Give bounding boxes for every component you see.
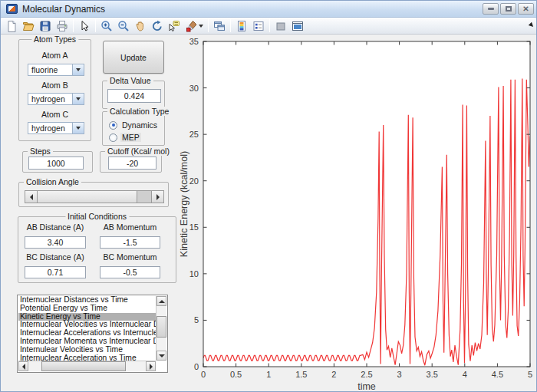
steps-title: Steps: [28, 147, 53, 156]
dock-figure-button[interactable]: [289, 18, 306, 34]
vertical-scroll-thumb[interactable]: [156, 316, 166, 338]
collision-angle-slider[interactable]: [25, 190, 164, 203]
app-window: Molecular Dynamics ✕: [0, 0, 537, 392]
radio-mep-icon[interactable]: [109, 133, 117, 142]
steps-field[interactable]: 1000: [28, 156, 84, 170]
radio-mep[interactable]: MEP: [109, 132, 141, 143]
dock-figure-icon: [292, 20, 304, 32]
initial-conditions-panel: Initial Conditions AB Distance (A) AB Mo…: [18, 216, 176, 283]
rotate-3d-button[interactable]: [149, 18, 166, 34]
x-tick-label: 2: [331, 370, 336, 379]
brush-data-icon: [186, 20, 198, 32]
atom-c-value: hydrogen: [28, 123, 72, 133]
x-tick-label: 1: [266, 370, 271, 379]
list-item[interactable]: Internuclear Velocities vs Internuclear …: [18, 321, 156, 329]
list-item[interactable]: Potential Energy vs Time: [18, 305, 156, 313]
link-plot-button[interactable]: [211, 18, 228, 34]
toolbar-separator: [269, 19, 270, 32]
ab-momentum-field[interactable]: -1.5: [100, 236, 160, 249]
brush-dropdown-caret-icon[interactable]: [199, 25, 203, 28]
horizontal-scroll-thumb[interactable]: [41, 361, 126, 371]
open-file-button[interactable]: [20, 18, 37, 34]
list-item[interactable]: Internuclear Accelerations vs Internucle…: [18, 329, 156, 338]
ab-momentum-label: AB Momentum: [100, 222, 160, 232]
y-tick-label: 10: [189, 269, 199, 278]
slider-right-arrow[interactable]: [151, 191, 163, 203]
left-arrow-icon: [30, 194, 33, 200]
ab-distance-field[interactable]: 3.40: [25, 236, 86, 249]
list-item[interactable]: Internuclear Distances vs Time: [18, 296, 156, 305]
atom-c-dropdown-arrow-icon[interactable]: [72, 123, 84, 133]
atom-a-dropdown[interactable]: fluorine: [28, 64, 84, 76]
insert-legend-icon: [252, 20, 265, 32]
matlab-figure-icon: [6, 4, 18, 14]
ab-distance-label: AB Distance (A): [25, 222, 86, 232]
edit-plot-button[interactable]: [76, 18, 93, 34]
zoom-in-button[interactable]: [98, 18, 115, 34]
radio-dynamics[interactable]: Dynamics: [109, 120, 159, 130]
x-tick-label: 0: [201, 370, 206, 379]
scroll-right-button[interactable]: [146, 361, 156, 371]
hide-plot-tools-button[interactable]: [272, 18, 289, 34]
save-figure-icon: [39, 20, 51, 32]
delta-value-field[interactable]: 0.424: [107, 89, 161, 103]
figure-toolbar: [1, 18, 536, 35]
radio-dynamics-icon[interactable]: [109, 121, 117, 130]
delta-value-title: Delta Value: [107, 76, 153, 85]
insert-legend-button[interactable]: [250, 18, 267, 34]
atom-c-label: Atom C: [19, 110, 91, 119]
cutoff-field[interactable]: -20: [108, 156, 156, 170]
x-tick-label: 4.5: [492, 370, 503, 379]
x-axis-label: time: [357, 381, 376, 392]
x-tick-label: 0.5: [230, 370, 242, 379]
plot-type-listbox[interactable]: Internuclear Distances vs TimePotential …: [17, 295, 168, 373]
save-figure-button[interactable]: [37, 18, 54, 34]
collision-angle-panel: Collision Angle: [18, 182, 169, 207]
scroll-up-button[interactable]: [156, 296, 166, 306]
close-button[interactable]: ✕: [518, 3, 534, 15]
bc-momentum-field[interactable]: -0.5: [100, 266, 160, 278]
print-figure-button[interactable]: [54, 18, 71, 34]
plot-canvas[interactable]: 00.511.522.533.544.5505101520253035timeK…: [177, 35, 537, 392]
data-cursor-button[interactable]: [166, 18, 183, 34]
insert-colorbar-button[interactable]: [233, 18, 250, 34]
slider-thumb[interactable]: [38, 191, 137, 203]
atom-a-value: fluorine: [28, 64, 72, 75]
atom-b-value: hydrogen: [28, 94, 72, 104]
scroll-down-button[interactable]: [156, 351, 166, 361]
bc-distance-field[interactable]: 0.71: [25, 266, 86, 278]
zoom-out-button[interactable]: [115, 18, 132, 34]
zoom-out-icon: [117, 20, 130, 32]
maximize-icon: [506, 6, 512, 12]
titlebar[interactable]: Molecular Dynamics ✕: [1, 1, 536, 18]
open-file-icon: [22, 20, 35, 32]
calculation-type-panel: Calculation Type Dynamics MEP: [102, 111, 165, 146]
maximize-button[interactable]: [500, 3, 516, 15]
window-title: Molecular Dynamics: [22, 4, 105, 15]
edit-plot-icon: [78, 20, 91, 32]
slider-left-arrow[interactable]: [25, 191, 38, 203]
atom-b-dropdown[interactable]: hydrogen: [28, 93, 84, 105]
zoom-in-icon: [100, 20, 113, 32]
list-item[interactable]: Internulear Velocities vs Time: [18, 346, 156, 354]
minimize-button[interactable]: [483, 3, 499, 15]
new-figure-button[interactable]: [3, 18, 20, 34]
list-item[interactable]: Kinetic Energy vs Time: [18, 313, 156, 321]
print-figure-icon: [56, 20, 68, 32]
delta-value-panel: Delta Value 0.424: [102, 81, 165, 109]
listbox-vertical-scrollbar[interactable]: [156, 296, 166, 361]
atom-types-title: Atom Types: [31, 35, 78, 44]
scroll-left-button[interactable]: [18, 361, 28, 371]
listbox-horizontal-scrollbar[interactable]: [18, 361, 156, 371]
atom-b-dropdown-arrow-icon[interactable]: [72, 94, 84, 104]
x-tick-label: 1.5: [295, 370, 307, 379]
atom-c-dropdown[interactable]: hydrogen: [28, 122, 84, 134]
list-item[interactable]: Internuclear Momenta vs Internuclear Dis…: [18, 338, 156, 346]
update-button[interactable]: Update: [103, 41, 164, 74]
slider-track[interactable]: [137, 191, 151, 203]
hide-plot-tools-icon: [275, 20, 287, 32]
pan-hand-button[interactable]: [132, 18, 149, 34]
list-item[interactable]: Internuclear Acceleration vs Time: [18, 354, 156, 361]
atom-a-dropdown-arrow-icon[interactable]: [72, 64, 84, 75]
brush-data-button[interactable]: [183, 18, 206, 34]
